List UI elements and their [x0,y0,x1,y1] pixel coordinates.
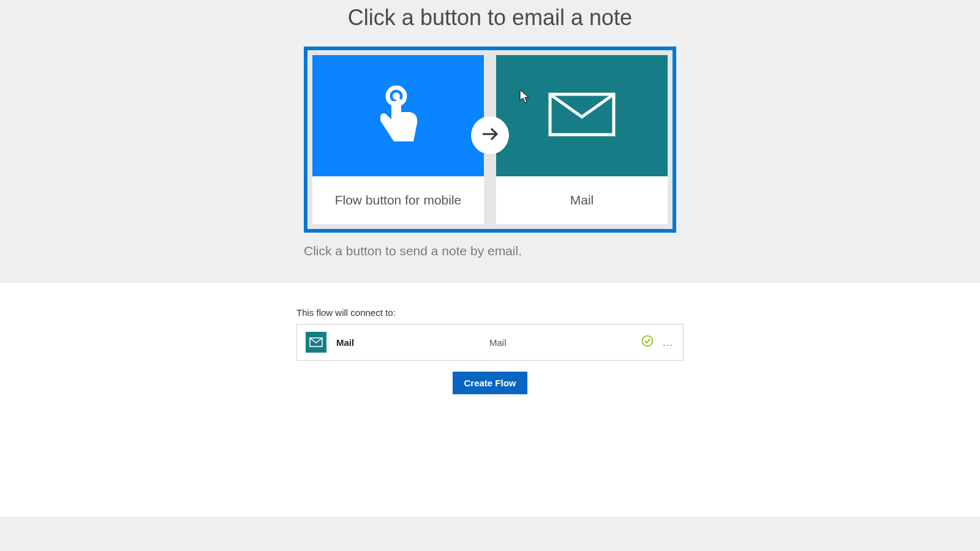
connections-heading: This flow will connect to: [296,307,684,318]
connection-row-mail: Mail Mail … [296,324,684,361]
create-flow-button[interactable]: Create Flow [453,372,527,394]
tile-mail[interactable]: Mail [496,55,668,224]
touch-icon [373,83,423,149]
tile-icon-area-right [496,55,668,176]
svg-point-5 [643,336,653,347]
connection-mail-icon [306,332,326,353]
flow-diagram: Flow button for mobile Mail [304,47,676,233]
tile-label-right: Mail [496,176,668,224]
page-title: Click a button to email a note [0,5,980,31]
connection-status-ok-icon [641,335,654,350]
tile-icon-area-left [312,55,484,176]
flow-description: Click a button to send a note by email. [304,244,676,258]
tile-label-left: Flow button for mobile [312,176,484,224]
arrow-connector [471,116,509,154]
connection-more-button[interactable]: … [662,336,674,349]
arrow-right-icon [480,124,500,146]
tile-flow-button[interactable]: Flow button for mobile [312,55,484,224]
connection-account: Mail [489,337,641,348]
connection-name: Mail [336,337,489,348]
envelope-icon [548,92,616,139]
